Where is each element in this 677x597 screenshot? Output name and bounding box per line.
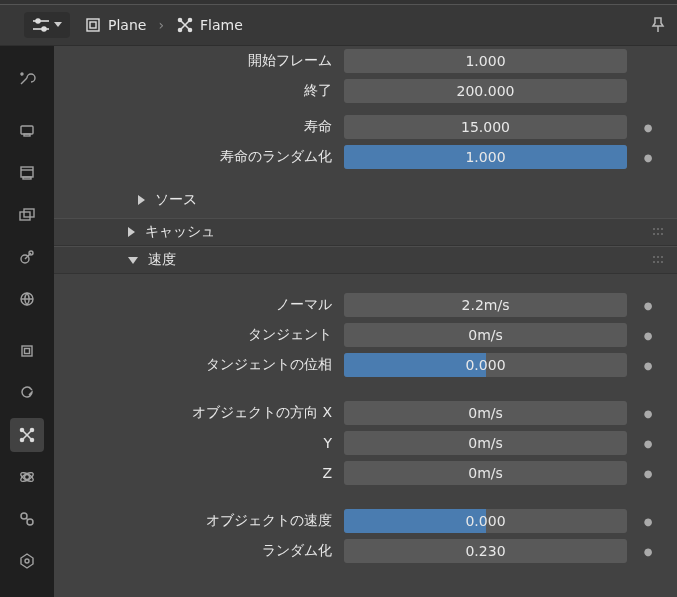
drag-handle-icon[interactable] xyxy=(653,228,665,236)
svg-rect-4 xyxy=(87,19,99,31)
frame-end-field[interactable]: 200.000 xyxy=(344,79,627,103)
plane-icon xyxy=(84,16,102,34)
svg-rect-12 xyxy=(21,126,33,134)
obj-align-z-anim-dot[interactable]: ● xyxy=(627,468,669,479)
panel-source-label: ソース xyxy=(155,191,197,209)
random-field[interactable]: 0.230 xyxy=(344,539,627,563)
lifetime-random-field[interactable]: 1.000 xyxy=(344,145,627,169)
svg-rect-14 xyxy=(21,167,33,177)
tab-constraint[interactable] xyxy=(10,502,44,536)
tab-data[interactable] xyxy=(10,544,44,578)
tab-object[interactable] xyxy=(10,334,44,368)
tab-modifier[interactable] xyxy=(10,376,44,410)
svg-point-42 xyxy=(653,261,655,263)
lifetime-random-anim-dot[interactable]: ● xyxy=(627,152,669,163)
obj-velocity-field[interactable]: 0.000 xyxy=(344,509,627,533)
random-anim-dot[interactable]: ● xyxy=(627,546,669,557)
svg-point-38 xyxy=(661,233,663,235)
svg-point-40 xyxy=(657,256,659,258)
svg-rect-16 xyxy=(20,212,30,220)
drag-handle-icon[interactable] xyxy=(653,256,665,264)
sliders-icon xyxy=(32,18,50,32)
obj-align-x-label: オブジェクトの方向 X xyxy=(54,404,344,422)
tab-output[interactable] xyxy=(10,156,44,190)
disclosure-right-icon xyxy=(138,195,145,205)
obj-velocity-anim-dot[interactable]: ● xyxy=(627,516,669,527)
svg-rect-22 xyxy=(25,349,30,354)
breadcrumb: Plane › Flame xyxy=(84,16,243,34)
panel-velocity-label: 速度 xyxy=(148,251,176,269)
svg-point-11 xyxy=(21,73,23,75)
properties-tabs xyxy=(0,46,54,597)
obj-align-z-label: Z xyxy=(54,465,344,481)
chevron-down-icon xyxy=(54,22,62,28)
obj-align-y-anim-dot[interactable]: ● xyxy=(627,438,669,449)
obj-align-x-field[interactable]: 0m/s xyxy=(344,401,627,425)
breadcrumb-particles[interactable]: Flame xyxy=(176,16,243,34)
svg-point-44 xyxy=(661,261,663,263)
obj-align-y-field[interactable]: 0m/s xyxy=(344,431,627,455)
tangent-label: タンジェント xyxy=(54,326,344,344)
tab-viewlayer[interactable] xyxy=(10,198,44,232)
lifetime-random-label: 寿命のランダム化 xyxy=(54,148,344,166)
panel-cache[interactable]: キャッシュ xyxy=(54,218,677,246)
frame-start-label: 開始フレーム xyxy=(54,52,344,70)
normal-field[interactable]: 2.2m/s xyxy=(344,293,627,317)
frame-start-field[interactable]: 1.000 xyxy=(344,49,627,73)
normal-anim-dot[interactable]: ● xyxy=(627,300,669,311)
panel-source[interactable]: ソース xyxy=(54,186,677,214)
obj-align-x-anim-dot[interactable]: ● xyxy=(627,408,669,419)
breadcrumb-particles-label: Flame xyxy=(200,17,243,33)
svg-point-1 xyxy=(36,19,40,23)
random-label: ランダム化 xyxy=(54,542,344,560)
editor-type-dropdown[interactable] xyxy=(24,12,70,38)
svg-point-37 xyxy=(657,233,659,235)
svg-point-3 xyxy=(42,27,46,31)
lifetime-anim-dot[interactable]: ● xyxy=(627,122,669,133)
svg-point-39 xyxy=(653,256,655,258)
svg-point-34 xyxy=(657,228,659,230)
tangent-anim-dot[interactable]: ● xyxy=(627,330,669,341)
panel-cache-label: キャッシュ xyxy=(145,223,215,241)
svg-point-35 xyxy=(661,228,663,230)
panel-velocity[interactable]: 速度 xyxy=(54,246,677,274)
svg-rect-15 xyxy=(23,177,31,179)
tab-render[interactable] xyxy=(10,114,44,148)
tangent-phase-field[interactable]: 0.000 xyxy=(344,353,627,377)
tangent-phase-anim-dot[interactable]: ● xyxy=(627,360,669,371)
tangent-phase-label: タンジェントの位相 xyxy=(54,356,344,374)
breadcrumb-object-label: Plane xyxy=(108,17,146,33)
tangent-field[interactable]: 0m/s xyxy=(344,323,627,347)
tab-scene[interactable] xyxy=(10,240,44,274)
breadcrumb-object[interactable]: Plane xyxy=(84,16,146,34)
svg-point-32 xyxy=(25,559,29,563)
svg-rect-21 xyxy=(22,346,32,356)
disclosure-right-icon xyxy=(128,227,135,237)
obj-velocity-label: オブジェクトの速度 xyxy=(54,512,344,530)
obj-align-z-field[interactable]: 0m/s xyxy=(344,461,627,485)
normal-label: ノーマル xyxy=(54,296,344,314)
svg-rect-17 xyxy=(24,209,34,217)
obj-align-y-label: Y xyxy=(54,435,344,451)
tab-tool[interactable] xyxy=(10,62,44,96)
breadcrumb-separator: › xyxy=(158,17,164,33)
tab-particles[interactable] xyxy=(10,418,44,452)
particles-icon xyxy=(176,16,194,34)
svg-point-43 xyxy=(657,261,659,263)
lifetime-label: 寿命 xyxy=(54,118,344,136)
lifetime-field[interactable]: 15.000 xyxy=(344,115,627,139)
svg-point-33 xyxy=(653,228,655,230)
pin-button[interactable] xyxy=(649,16,667,34)
tab-world[interactable] xyxy=(10,282,44,316)
svg-point-36 xyxy=(653,233,655,235)
svg-rect-5 xyxy=(90,22,96,28)
svg-rect-13 xyxy=(24,134,30,136)
svg-point-41 xyxy=(661,256,663,258)
tab-physics[interactable] xyxy=(10,460,44,494)
frame-end-label: 終了 xyxy=(54,82,344,100)
pin-icon xyxy=(649,16,667,34)
disclosure-down-icon xyxy=(128,257,138,264)
